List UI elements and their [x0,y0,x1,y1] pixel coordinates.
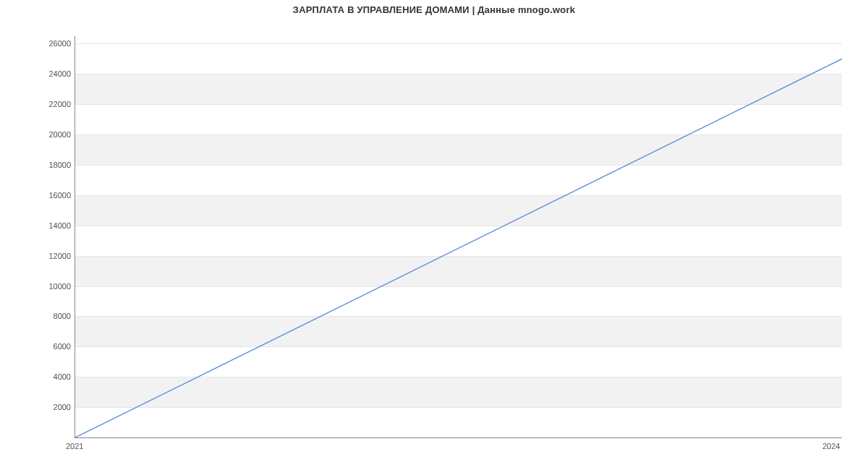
line-layer [75,36,842,437]
y-tick-label: 8000 [54,312,71,320]
y-tick-label: 12000 [48,252,71,260]
y-tick-label: 16000 [48,191,71,200]
y-tick-label: 26000 [48,39,71,48]
y-tick-label: 20000 [48,130,71,139]
series-line [75,59,842,437]
y-tick-label: 6000 [54,342,71,351]
chart-container: ЗАРПЛАТА В УПРАВЛЕНИЕ ДОМАМИ | Данные mn… [0,0,868,470]
y-tick-label: 18000 [48,161,71,169]
x-tick-label: 2021 [66,442,83,450]
y-tick-label: 4000 [54,372,71,381]
y-tick-label: 14000 [48,221,71,230]
y-tick-label: 22000 [48,100,71,108]
plot-area [75,36,842,438]
y-tick-label: 2000 [54,403,71,411]
chart-title: ЗАРПЛАТА В УПРАВЛЕНИЕ ДОМАМИ | Данные mn… [0,4,868,15]
x-tick-label: 2024 [822,442,840,450]
y-tick-label: 10000 [48,282,71,291]
y-tick-label: 24000 [48,69,71,78]
